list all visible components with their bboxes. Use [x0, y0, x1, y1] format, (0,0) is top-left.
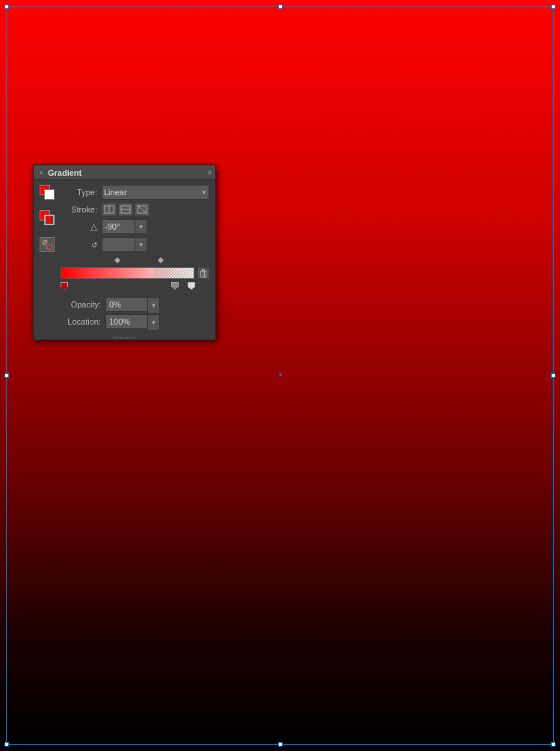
svg-rect-13 — [200, 277, 206, 278]
tools-column — [40, 185, 56, 331]
reverse-value — [102, 237, 135, 252]
svg-rect-14 — [203, 272, 203, 277]
swap-colors-icon[interactable] — [40, 237, 55, 252]
background-swatch[interactable] — [44, 189, 55, 200]
panel-title: Gradient — [48, 168, 81, 177]
midpoint-stop-left[interactable] — [114, 257, 120, 263]
angle-icon: △ — [61, 221, 102, 232]
location-label: Location: — [61, 317, 105, 326]
stroke-row: Stroke: — [61, 203, 209, 216]
color-stops-row — [61, 282, 209, 292]
angle-input[interactable] — [102, 219, 135, 234]
location-field[interactable]: 100% ▼ — [105, 314, 160, 329]
handle-bottom-left[interactable] — [4, 742, 9, 747]
handle-top-left[interactable] — [4, 4, 9, 9]
reverse-dropdown-button[interactable]: ▼ — [135, 237, 147, 252]
reverse-icon: ↺ — [61, 241, 102, 249]
handle-mid-right[interactable] — [551, 373, 556, 378]
center-dot — [279, 373, 282, 376]
resize-handle[interactable] — [114, 337, 136, 339]
opacity-label: Opacity: — [61, 300, 105, 309]
opacity-dropdown-button[interactable]: ▼ — [147, 298, 159, 313]
svg-rect-15 — [204, 272, 205, 277]
location-row: Location: 100% ▼ — [61, 314, 209, 329]
panel-menu-button[interactable]: ≡ — [208, 169, 212, 177]
stroke-icons — [102, 203, 150, 216]
type-label: Type: — [61, 188, 102, 197]
checkerboard-overlay — [154, 268, 194, 278]
opacity-field[interactable]: 0% ▼ — [105, 297, 160, 312]
stroke-icon-3[interactable] — [135, 203, 150, 216]
fill-swatch-bg[interactable] — [44, 215, 55, 225]
panel-body: Type: Linear ▼ Stroke: — [34, 180, 215, 336]
handle-bottom-right[interactable] — [551, 742, 556, 747]
stroke-label: Stroke: — [61, 205, 102, 214]
gradient-bar-container — [61, 267, 209, 279]
canvas: × Gradient ≡ — [0, 0, 560, 751]
opacity-value: 0% — [106, 298, 147, 311]
angle-dropdown-button[interactable]: ▼ — [135, 219, 147, 234]
angle-row: △ ▼ — [61, 219, 209, 234]
gradient-panel: × Gradient ≡ — [33, 165, 216, 340]
gradient-slider-section — [61, 257, 209, 292]
handle-top-center[interactable] — [278, 4, 283, 9]
svg-rect-10 — [202, 269, 205, 271]
type-value: Linear — [104, 188, 127, 197]
opacity-row: Opacity: 0% ▼ — [61, 297, 209, 312]
stroke-icon-1[interactable] — [102, 203, 117, 216]
add-stop-button[interactable] — [188, 282, 195, 289]
handle-bottom-center[interactable] — [278, 742, 283, 747]
handle-mid-left[interactable] — [4, 373, 9, 378]
location-dropdown-button[interactable]: ▼ — [147, 315, 159, 330]
location-value: 100% — [106, 315, 147, 328]
midpoint-stop-right[interactable] — [158, 257, 164, 263]
svg-line-8 — [138, 206, 147, 213]
handle-top-right[interactable] — [551, 4, 556, 9]
svg-rect-11 — [200, 272, 201, 277]
type-select[interactable]: Linear ▼ — [102, 185, 209, 200]
gradient-bar[interactable] — [61, 267, 194, 279]
delete-stop-button[interactable] — [197, 267, 209, 279]
options-row: ↺ ▼ — [61, 237, 209, 252]
type-dropdown-arrow: ▼ — [201, 189, 207, 196]
svg-rect-12 — [206, 272, 206, 277]
midpoint-stops-row — [61, 257, 209, 266]
reverse-input-container: ▼ — [102, 237, 147, 252]
svg-rect-9 — [200, 271, 207, 272]
type-row: Type: Linear ▼ — [61, 185, 209, 200]
controls-area: Type: Linear ▼ Stroke: — [61, 185, 209, 331]
color-stop-right[interactable] — [171, 282, 179, 289]
panel-footer — [34, 336, 215, 340]
stroke-icon-2[interactable] — [118, 203, 133, 216]
angle-input-container: ▼ — [102, 219, 147, 234]
panel-close-button[interactable]: × — [37, 169, 45, 177]
color-stop-left[interactable] — [61, 282, 68, 289]
panel-titlebar: × Gradient ≡ — [34, 165, 215, 180]
